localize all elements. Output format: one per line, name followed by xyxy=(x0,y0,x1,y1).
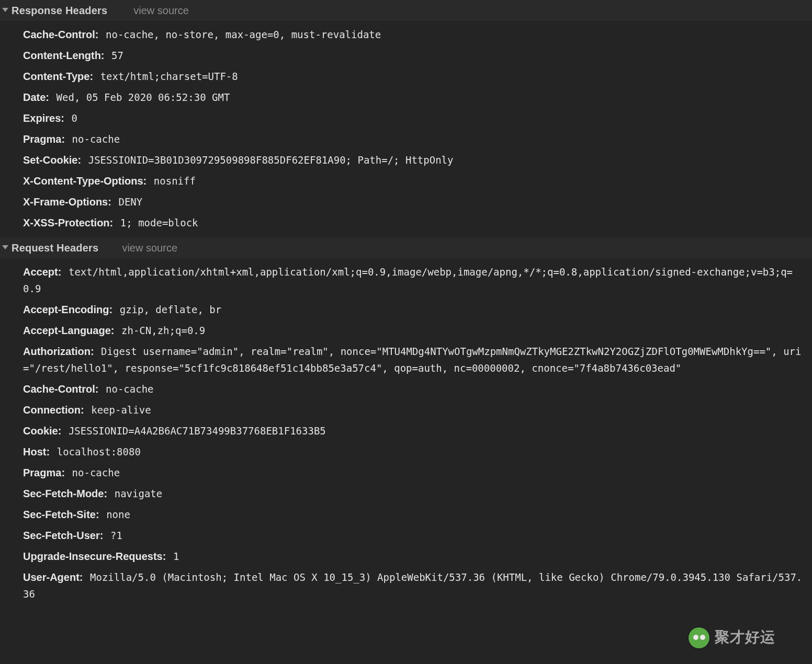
header-name: Host xyxy=(23,446,50,457)
header-row[interactable]: Content-Length 57 xyxy=(23,45,812,66)
header-name: User-Agent xyxy=(23,571,83,583)
header-value: no-cache xyxy=(106,383,154,395)
request-view-source-link[interactable]: view source xyxy=(122,239,177,256)
header-row[interactable]: Cookie JSESSIONID=A4A2B6AC71B73499B37768… xyxy=(23,420,812,441)
request-headers-title-row[interactable]: Request Headers view source xyxy=(0,237,812,258)
header-row[interactable]: Accept text/html,application/xhtml+xml,a… xyxy=(23,261,812,299)
header-value: gzip, deflate, br xyxy=(120,304,221,315)
expand-arrow-icon xyxy=(2,245,8,249)
header-name: Authorization xyxy=(23,346,94,357)
header-name: Pragma xyxy=(23,467,65,478)
header-name: X-Frame-Options xyxy=(23,196,111,208)
header-value: Digest username="admin", realm="realm", … xyxy=(23,346,801,374)
header-value: keep-alive xyxy=(91,404,151,416)
header-value: 57 xyxy=(111,50,123,61)
header-value: 1; mode=block xyxy=(120,217,198,228)
header-name: Connection xyxy=(23,404,84,416)
header-row[interactable]: Cache-Control no-cache, no-store, max-ag… xyxy=(23,24,812,45)
header-name: Sec-Fetch-Mode xyxy=(23,488,107,499)
header-name: Cache-Control xyxy=(23,383,98,395)
header-name: Pragma xyxy=(23,133,65,145)
header-name: Upgrade-Insecure-Requests xyxy=(23,551,166,562)
header-row[interactable]: Set-Cookie JSESSIONID=3B01D309729509898F… xyxy=(23,150,812,170)
header-name: Sec-Fetch-Site xyxy=(23,509,99,520)
header-value: zh-CN,zh;q=0.9 xyxy=(121,325,205,336)
expand-arrow-icon xyxy=(2,8,8,12)
header-name: X-Content-Type-Options xyxy=(23,175,146,187)
response-view-source-link[interactable]: view source xyxy=(133,2,189,19)
request-headers-list: Accept text/html,application/xhtml+xml,a… xyxy=(0,261,812,604)
header-row[interactable]: X-XSS-Protection 1; mode=block xyxy=(23,212,812,233)
header-value: ?1 xyxy=(110,530,122,541)
header-value: no-cache, no-store, max-age=0, must-reva… xyxy=(106,29,381,40)
header-name: Content-Type xyxy=(23,71,93,82)
header-value: JSESSIONID=3B01D309729509898F885DF62EF81… xyxy=(88,154,454,166)
header-name: Sec-Fetch-User xyxy=(23,530,103,541)
header-value: Mozilla/5.0 (Macintosh; Intel Mac OS X 1… xyxy=(23,571,802,600)
header-row[interactable]: Pragma no-cache xyxy=(23,129,812,150)
header-name: Content-Length xyxy=(23,50,105,61)
header-value: Wed, 05 Feb 2020 06:52:30 GMT xyxy=(57,91,230,103)
header-row[interactable]: Content-Type text/html;charset=UTF-8 xyxy=(23,66,812,87)
header-value: no-cache xyxy=(72,467,120,478)
header-value: nosniff xyxy=(154,175,196,187)
header-value: DENY xyxy=(118,196,142,208)
header-row[interactable]: Sec-Fetch-Mode navigate xyxy=(23,483,812,504)
header-row[interactable]: Cache-Control no-cache xyxy=(23,379,812,399)
header-row[interactable]: Host localhost:8080 xyxy=(23,441,812,462)
header-value: 1 xyxy=(173,551,179,562)
header-row[interactable]: Sec-Fetch-User ?1 xyxy=(23,525,812,546)
header-row[interactable]: Sec-Fetch-Site none xyxy=(23,504,812,525)
header-value: text/html;charset=UTF-8 xyxy=(100,71,238,82)
header-value: navigate xyxy=(115,488,163,499)
headers-panel: Response Headers view source Cache-Contr… xyxy=(0,0,812,614)
header-row[interactable]: Expires 0 xyxy=(23,108,812,129)
response-headers-list: Cache-Control no-cache, no-store, max-ag… xyxy=(0,24,812,233)
header-row[interactable]: Accept-Encoding gzip, deflate, br xyxy=(23,299,812,320)
header-row[interactable]: X-Frame-Options DENY xyxy=(23,191,812,212)
header-row[interactable]: Connection keep-alive xyxy=(23,399,812,420)
request-headers-title: Request Headers xyxy=(12,239,98,256)
header-name: Date xyxy=(23,91,49,103)
header-name: Expires xyxy=(23,112,64,124)
header-row[interactable]: Authorization Digest username="admin", r… xyxy=(23,341,812,379)
header-name: Cache-Control xyxy=(23,29,98,40)
header-row[interactable]: Accept-Language zh-CN,zh;q=0.9 xyxy=(23,320,812,341)
header-name: Accept-Encoding xyxy=(23,304,112,315)
header-name: Set-Cookie xyxy=(23,154,81,166)
response-headers-title: Response Headers xyxy=(12,2,107,19)
header-value: 0 xyxy=(72,112,77,124)
header-row[interactable]: Pragma no-cache xyxy=(23,462,812,483)
header-value: localhost:8080 xyxy=(57,446,141,457)
header-row[interactable]: Date Wed, 05 Feb 2020 06:52:30 GMT xyxy=(23,87,812,108)
header-name: X-XSS-Protection xyxy=(23,217,113,228)
header-row[interactable]: X-Content-Type-Options nosniff xyxy=(23,170,812,191)
header-value: text/html,application/xhtml+xml,applicat… xyxy=(23,266,793,294)
header-value: no-cache xyxy=(72,133,120,145)
header-name: Accept-Language xyxy=(23,325,114,336)
header-value: none xyxy=(106,509,130,520)
header-name: Accept xyxy=(23,266,61,278)
header-value: JSESSIONID=A4A2B6AC71B73499B37768EB1F163… xyxy=(69,425,326,437)
header-row[interactable]: Upgrade-Insecure-Requests 1 xyxy=(23,546,812,567)
header-name: Cookie xyxy=(23,425,61,437)
header-row[interactable]: User-Agent Mozilla/5.0 (Macintosh; Intel… xyxy=(23,567,812,604)
response-headers-title-row[interactable]: Response Headers view source xyxy=(0,0,812,21)
